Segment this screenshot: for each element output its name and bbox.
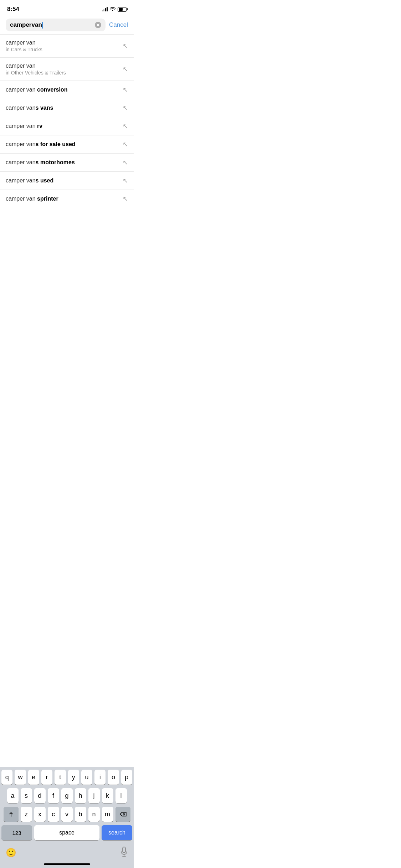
suggestions-list: camper van in Cars & Trucks camper van i…: [0, 34, 134, 208]
suggestion-item[interactable]: camper van sprinter: [0, 190, 134, 208]
suggestion-main: camper vans used: [6, 177, 123, 184]
suggestion-text: camper van conversion: [6, 87, 123, 93]
suggestion-text: camper van sprinter: [6, 196, 123, 202]
suggestion-sub: in Cars & Trucks: [6, 47, 123, 52]
suggestion-item[interactable]: camper vans vans: [0, 99, 134, 117]
suggestion-text: camper vans vans: [6, 105, 123, 111]
wifi-icon: [110, 7, 115, 12]
search-input-wrapper[interactable]: campervan: [6, 19, 106, 31]
signal-icon: [102, 7, 108, 11]
suggestion-main: camper vans motorhomes: [6, 159, 123, 166]
arrow-icon: [123, 86, 128, 94]
arrow-icon: [123, 65, 128, 73]
suggestion-main: camper van conversion: [6, 87, 123, 93]
arrow-icon: [123, 104, 128, 112]
suggestion-text: camper van rv: [6, 123, 123, 129]
status-bar: 8:54: [0, 0, 134, 16]
suggestion-main: camper van: [6, 40, 123, 46]
status-icons: [102, 7, 127, 12]
clear-button[interactable]: [95, 22, 101, 28]
cancel-button[interactable]: Cancel: [109, 21, 128, 29]
battery-icon: [118, 7, 127, 12]
arrow-icon: [123, 159, 128, 166]
suggestion-text: camper vans used: [6, 177, 123, 184]
arrow-icon: [123, 122, 128, 130]
status-time: 8:54: [7, 6, 19, 13]
suggestion-main: camper vans vans: [6, 105, 123, 111]
suggestion-item[interactable]: camper van rv: [0, 117, 134, 135]
suggestion-text: camper vans for sale used: [6, 141, 123, 148]
arrow-icon: [123, 195, 128, 203]
suggestion-item[interactable]: camper vans for sale used: [0, 135, 134, 154]
suggestion-item[interactable]: camper van in Other Vehicles & Trailers: [0, 58, 134, 81]
suggestion-main: camper van rv: [6, 123, 123, 129]
arrow-icon: [123, 177, 128, 185]
suggestion-main: camper van: [6, 63, 123, 69]
suggestion-item[interactable]: camper vans used: [0, 172, 134, 190]
search-input[interactable]: campervan: [10, 21, 93, 29]
suggestion-sub: in Other Vehicles & Trailers: [6, 70, 123, 76]
suggestion-item[interactable]: camper van in Cars & Trucks: [0, 35, 134, 58]
suggestion-text: camper van in Cars & Trucks: [6, 40, 123, 52]
search-bar-container: campervan Cancel: [0, 16, 134, 34]
suggestion-text: camper vans motorhomes: [6, 159, 123, 166]
suggestion-item[interactable]: camper van conversion: [0, 81, 134, 99]
arrow-icon: [123, 140, 128, 148]
suggestion-main: camper van sprinter: [6, 196, 123, 202]
suggestion-text: camper van in Other Vehicles & Trailers: [6, 63, 123, 76]
suggestion-main: camper vans for sale used: [6, 141, 123, 148]
arrow-icon: [123, 42, 128, 50]
suggestion-item[interactable]: camper vans motorhomes: [0, 154, 134, 172]
